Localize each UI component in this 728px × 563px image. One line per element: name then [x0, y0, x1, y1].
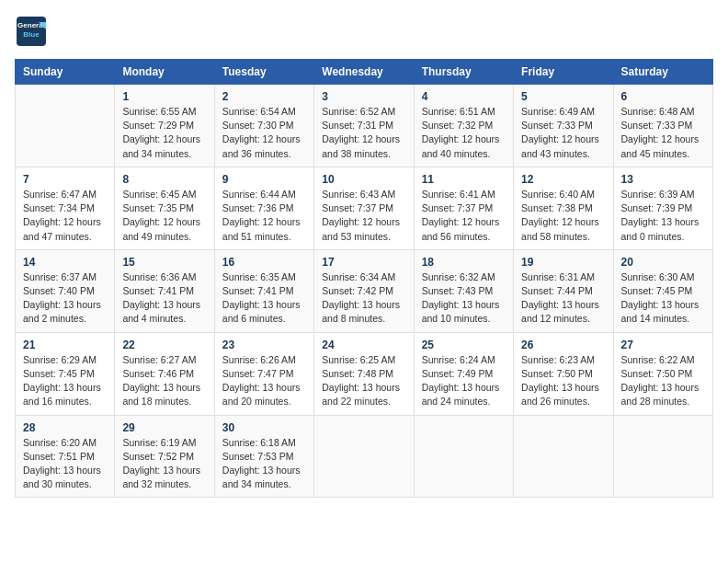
day-number: 9 — [222, 173, 306, 186]
day-info: Sunrise: 6:45 AM Sunset: 7:35 PM Dayligh… — [122, 188, 206, 244]
calendar-cell: 8Sunrise: 6:45 AM Sunset: 7:35 PM Daylig… — [115, 167, 214, 249]
day-info: Sunrise: 6:31 AM Sunset: 7:44 PM Dayligh… — [521, 270, 605, 327]
day-info: Sunrise: 6:24 AM Sunset: 7:49 PM Dayligh… — [422, 353, 506, 409]
day-number: 21 — [23, 339, 107, 351]
calendar-cell: 16Sunrise: 6:35 AM Sunset: 7:41 PM Dayli… — [214, 249, 313, 332]
day-info: Sunrise: 6:48 AM Sunset: 7:33 PM Dayligh… — [621, 105, 705, 161]
day-number: 22 — [122, 339, 206, 351]
day-info: Sunrise: 6:19 AM Sunset: 7:52 PM Dayligh… — [122, 436, 206, 492]
day-number: 16 — [222, 256, 306, 269]
header: General Blue — [15, 15, 713, 48]
calendar-cell: 1Sunrise: 6:55 AM Sunset: 7:29 PM Daylig… — [115, 85, 214, 167]
day-info: Sunrise: 6:52 AM Sunset: 7:31 PM Dayligh… — [322, 105, 405, 161]
day-number: 10 — [322, 173, 405, 186]
day-info: Sunrise: 6:49 AM Sunset: 7:33 PM Dayligh… — [521, 105, 605, 161]
calendar-cell: 27Sunrise: 6:22 AM Sunset: 7:50 PM Dayli… — [613, 332, 712, 415]
calendar-cell: 11Sunrise: 6:41 AM Sunset: 7:37 PM Dayli… — [414, 167, 513, 249]
day-number: 1 — [122, 90, 206, 103]
day-info: Sunrise: 6:30 AM Sunset: 7:45 PM Dayligh… — [621, 270, 705, 327]
day-info: Sunrise: 6:34 AM Sunset: 7:42 PM Dayligh… — [322, 270, 405, 327]
calendar-cell: 28Sunrise: 6:20 AM Sunset: 7:51 PM Dayli… — [16, 415, 115, 498]
day-number: 25 — [422, 339, 506, 351]
day-info: Sunrise: 6:51 AM Sunset: 7:32 PM Dayligh… — [422, 105, 506, 161]
week-row-1: 1Sunrise: 6:55 AM Sunset: 7:29 PM Daylig… — [16, 85, 713, 167]
header-day-monday: Monday — [115, 60, 214, 85]
day-number: 5 — [521, 90, 605, 103]
header-day-saturday: Saturday — [613, 60, 712, 85]
calendar-cell: 20Sunrise: 6:30 AM Sunset: 7:45 PM Dayli… — [613, 249, 712, 332]
day-number: 30 — [222, 421, 306, 434]
calendar-cell — [314, 415, 414, 498]
calendar-cell: 5Sunrise: 6:49 AM Sunset: 7:33 PM Daylig… — [514, 85, 613, 167]
calendar-table: SundayMondayTuesdayWednesdayThursdayFrid… — [15, 59, 713, 498]
day-number: 20 — [621, 256, 705, 269]
calendar-cell: 21Sunrise: 6:29 AM Sunset: 7:45 PM Dayli… — [16, 332, 115, 415]
week-row-5: 28Sunrise: 6:20 AM Sunset: 7:51 PM Dayli… — [16, 415, 713, 498]
day-info: Sunrise: 6:32 AM Sunset: 7:43 PM Dayligh… — [422, 270, 506, 327]
day-info: Sunrise: 6:44 AM Sunset: 7:36 PM Dayligh… — [222, 188, 306, 244]
day-info: Sunrise: 6:39 AM Sunset: 7:39 PM Dayligh… — [621, 188, 705, 244]
calendar-cell: 3Sunrise: 6:52 AM Sunset: 7:31 PM Daylig… — [314, 85, 414, 167]
calendar-cell: 7Sunrise: 6:47 AM Sunset: 7:34 PM Daylig… — [16, 167, 115, 249]
logo: General Blue — [15, 15, 51, 48]
day-info: Sunrise: 6:47 AM Sunset: 7:34 PM Dayligh… — [23, 188, 107, 244]
svg-text:Blue: Blue — [23, 30, 40, 39]
day-number: 3 — [322, 90, 405, 103]
day-info: Sunrise: 6:18 AM Sunset: 7:53 PM Dayligh… — [222, 436, 306, 492]
calendar-cell: 29Sunrise: 6:19 AM Sunset: 7:52 PM Dayli… — [115, 415, 214, 498]
day-number: 6 — [621, 90, 705, 103]
day-info: Sunrise: 6:23 AM Sunset: 7:50 PM Dayligh… — [521, 353, 605, 409]
day-info: Sunrise: 6:54 AM Sunset: 7:30 PM Dayligh… — [222, 105, 306, 161]
day-info: Sunrise: 6:43 AM Sunset: 7:37 PM Dayligh… — [322, 188, 405, 244]
calendar-cell — [514, 415, 613, 498]
calendar-cell: 18Sunrise: 6:32 AM Sunset: 7:43 PM Dayli… — [414, 249, 513, 332]
calendar-cell: 13Sunrise: 6:39 AM Sunset: 7:39 PM Dayli… — [613, 167, 712, 249]
header-day-friday: Friday — [514, 60, 613, 85]
day-number: 4 — [422, 90, 506, 103]
day-number: 2 — [222, 90, 306, 103]
day-info: Sunrise: 6:25 AM Sunset: 7:48 PM Dayligh… — [322, 353, 405, 409]
day-number: 17 — [322, 256, 405, 269]
week-row-2: 7Sunrise: 6:47 AM Sunset: 7:34 PM Daylig… — [16, 167, 713, 249]
day-info: Sunrise: 6:20 AM Sunset: 7:51 PM Dayligh… — [23, 436, 107, 492]
week-row-3: 14Sunrise: 6:37 AM Sunset: 7:40 PM Dayli… — [16, 249, 713, 332]
calendar-cell: 10Sunrise: 6:43 AM Sunset: 7:37 PM Dayli… — [314, 167, 414, 249]
calendar-cell: 15Sunrise: 6:36 AM Sunset: 7:41 PM Dayli… — [115, 249, 214, 332]
day-number: 23 — [222, 339, 306, 351]
calendar-cell — [414, 415, 513, 498]
day-info: Sunrise: 6:22 AM Sunset: 7:50 PM Dayligh… — [621, 353, 705, 409]
day-number: 26 — [521, 339, 605, 351]
day-info: Sunrise: 6:35 AM Sunset: 7:41 PM Dayligh… — [222, 270, 306, 327]
calendar-cell: 4Sunrise: 6:51 AM Sunset: 7:32 PM Daylig… — [414, 85, 513, 167]
calendar-cell: 25Sunrise: 6:24 AM Sunset: 7:49 PM Dayli… — [414, 332, 513, 415]
calendar-cell: 17Sunrise: 6:34 AM Sunset: 7:42 PM Dayli… — [314, 249, 414, 332]
calendar-cell: 2Sunrise: 6:54 AM Sunset: 7:30 PM Daylig… — [214, 85, 313, 167]
calendar-cell: 22Sunrise: 6:27 AM Sunset: 7:46 PM Dayli… — [115, 332, 214, 415]
day-number: 13 — [621, 173, 705, 186]
calendar-cell: 23Sunrise: 6:26 AM Sunset: 7:47 PM Dayli… — [214, 332, 313, 415]
day-info: Sunrise: 6:26 AM Sunset: 7:47 PM Dayligh… — [222, 353, 306, 409]
logo-icon: General Blue — [15, 15, 48, 48]
header-day-sunday: Sunday — [16, 60, 115, 85]
day-info: Sunrise: 6:36 AM Sunset: 7:41 PM Dayligh… — [122, 270, 206, 327]
calendar-cell — [16, 85, 115, 167]
week-row-4: 21Sunrise: 6:29 AM Sunset: 7:45 PM Dayli… — [16, 332, 713, 415]
header-day-thursday: Thursday — [414, 60, 513, 85]
day-number: 29 — [122, 421, 206, 434]
header-day-tuesday: Tuesday — [214, 60, 313, 85]
day-number: 11 — [422, 173, 506, 186]
calendar-cell: 14Sunrise: 6:37 AM Sunset: 7:40 PM Dayli… — [16, 249, 115, 332]
day-number: 19 — [521, 256, 605, 269]
day-info: Sunrise: 6:37 AM Sunset: 7:40 PM Dayligh… — [23, 270, 107, 327]
calendar-cell: 9Sunrise: 6:44 AM Sunset: 7:36 PM Daylig… — [214, 167, 313, 249]
day-number: 27 — [621, 339, 705, 351]
calendar-cell: 6Sunrise: 6:48 AM Sunset: 7:33 PM Daylig… — [613, 85, 712, 167]
day-number: 8 — [122, 173, 206, 186]
calendar-cell — [613, 415, 712, 498]
day-info: Sunrise: 6:27 AM Sunset: 7:46 PM Dayligh… — [122, 353, 206, 409]
calendar-cell: 24Sunrise: 6:25 AM Sunset: 7:48 PM Dayli… — [314, 332, 414, 415]
day-number: 28 — [23, 421, 107, 434]
day-number: 14 — [23, 256, 107, 269]
day-number: 24 — [322, 339, 405, 351]
header-day-wednesday: Wednesday — [314, 60, 414, 85]
